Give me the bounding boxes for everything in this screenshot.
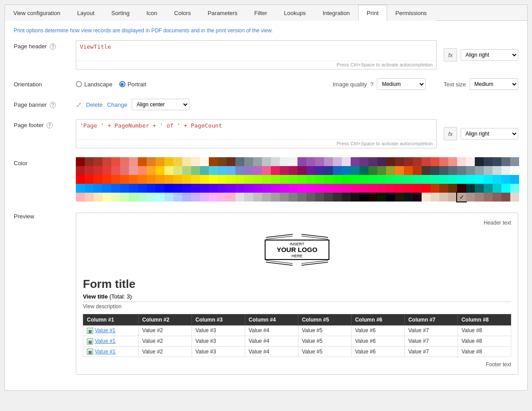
color-cell[interactable] [466,184,475,193]
color-cell[interactable] [85,175,94,184]
color-cell[interactable] [439,193,448,202]
color-cell[interactable] [493,184,501,193]
color-cell[interactable] [315,184,324,193]
color-cell[interactable] [289,166,297,175]
tab-parameters[interactable]: Parameters [199,5,246,21]
color-cell[interactable] [244,157,253,166]
color-cell[interactable] [510,166,519,175]
color-cell[interactable] [422,157,430,166]
page-banner-help-icon[interactable]: ? [50,102,56,108]
color-cell[interactable] [227,175,235,184]
color-cell[interactable] [475,166,484,175]
color-cell[interactable] [191,157,200,166]
color-cell[interactable] [342,175,351,184]
color-cell[interactable] [182,175,191,184]
color-cell[interactable] [138,175,147,184]
color-cell[interactable] [253,184,262,193]
color-cell[interactable] [324,193,333,202]
color-cell[interactable] [395,166,404,175]
color-cell[interactable] [439,157,448,166]
color-cell[interactable] [306,157,315,166]
color-cell[interactable] [342,193,351,202]
color-cell[interactable] [493,166,501,175]
color-cell[interactable] [102,184,111,193]
color-cell[interactable] [422,184,430,193]
color-cell[interactable] [386,193,395,202]
color-cell[interactable] [377,166,386,175]
color-cell[interactable] [493,193,501,202]
color-cell[interactable] [430,157,439,166]
color-cell[interactable] [209,166,218,175]
color-cell[interactable] [289,184,297,193]
color-cell[interactable] [351,184,360,193]
color-cell[interactable] [395,193,404,202]
page-header-help-icon[interactable]: ? [50,43,56,50]
color-cell[interactable] [430,193,439,202]
color-cell[interactable] [182,166,191,175]
color-cell[interactable] [430,166,439,175]
color-cell[interactable] [297,175,306,184]
color-cell[interactable] [342,157,351,166]
color-cell[interactable] [244,166,253,175]
color-cell[interactable] [156,175,164,184]
color-cell[interactable] [129,157,138,166]
color-cell[interactable] [386,157,395,166]
color-cell[interactable] [360,166,368,175]
value-link[interactable]: Value #1 [95,349,115,355]
image-quality-select[interactable]: MediumLowHigh [377,78,426,90]
color-cell[interactable] [297,166,306,175]
tab-permissions[interactable]: Permissions [387,5,435,21]
color-cell[interactable] [510,175,519,184]
color-cell[interactable] [457,157,466,166]
color-cell[interactable] [439,166,448,175]
color-cell[interactable] [501,184,510,193]
color-cell[interactable] [94,166,102,175]
color-cell[interactable] [120,157,129,166]
color-cell[interactable] [324,184,333,193]
color-cell[interactable] [173,166,182,175]
color-cell[interactable] [351,157,360,166]
color-cell[interactable] [182,157,191,166]
color-cell[interactable] [191,166,200,175]
color-cell[interactable] [76,184,85,193]
banner-align-select[interactable]: Align centerAlign leftAlign right [132,99,189,110]
color-cell[interactable] [200,193,209,202]
color-cell[interactable] [156,193,164,202]
page-header-fx-button[interactable]: fx [444,48,457,62]
tab-lookups[interactable]: Lookups [276,5,314,21]
color-cell[interactable] [289,157,297,166]
color-cell[interactable] [422,166,430,175]
color-cell[interactable] [324,166,333,175]
color-cell[interactable] [439,175,448,184]
color-cell[interactable] [102,175,111,184]
color-cell[interactable] [404,166,413,175]
color-cell[interactable] [253,193,262,202]
color-cell[interactable] [484,166,493,175]
color-cell[interactable] [413,157,422,166]
color-cell[interactable] [395,157,404,166]
color-cell[interactable] [156,166,164,175]
color-cell[interactable] [253,175,262,184]
color-cell[interactable] [173,157,182,166]
color-cell[interactable] [297,184,306,193]
color-cell[interactable] [368,157,377,166]
color-cell[interactable] [244,175,253,184]
color-cell[interactable] [484,157,493,166]
color-cell[interactable] [466,175,475,184]
color-cell[interactable] [493,175,501,184]
color-cell[interactable] [360,193,368,202]
color-cell[interactable] [368,175,377,184]
color-cell[interactable] [386,184,395,193]
color-cell[interactable] [235,157,244,166]
color-cell[interactable] [120,175,129,184]
color-cell[interactable] [457,175,466,184]
color-cell[interactable] [306,166,315,175]
color-cell[interactable] [333,175,342,184]
color-cell[interactable] [218,175,227,184]
color-cell[interactable] [111,193,120,202]
color-cell[interactable] [164,184,173,193]
color-cell[interactable] [218,166,227,175]
color-cell[interactable] [138,157,147,166]
color-cell[interactable] [395,175,404,184]
color-cell[interactable] [413,193,422,202]
